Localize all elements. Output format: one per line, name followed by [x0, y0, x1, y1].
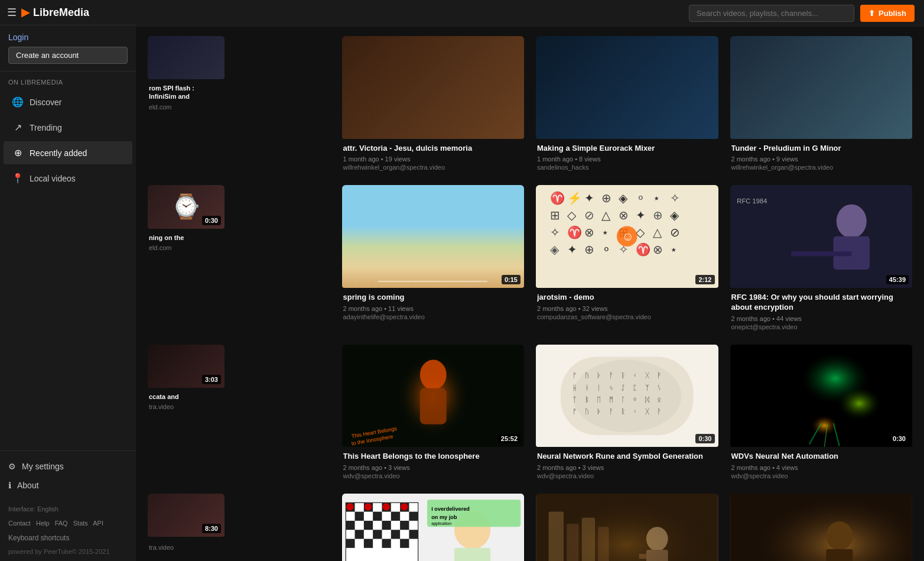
- svg-point-113: [401, 503, 408, 510]
- svg-text:ᚢ: ᚢ: [585, 407, 589, 416]
- publish-button[interactable]: ⬆ Publish: [860, 5, 915, 22]
- video-card-psalm49[interactable]: 10:47 Psalm 49 2 months ago • 3 views wi…: [536, 494, 718, 561]
- video-card-rfc1984[interactable]: RFC 1984 45:39 RFC 1984: Or why you shou…: [730, 185, 913, 332]
- svg-text:ᚺ: ᚺ: [572, 383, 577, 391]
- svg-text:ᛈ: ᛈ: [633, 383, 637, 391]
- video-meta: 2 months ago • 44 views: [731, 315, 912, 322]
- video-channel: wdv@spectra.video: [343, 472, 523, 479]
- svg-text:ᛇ: ᛇ: [621, 383, 625, 391]
- svg-rect-99: [363, 521, 372, 530]
- svg-text:◈: ◈: [619, 192, 628, 205]
- svg-rect-96: [391, 512, 399, 521]
- create-account-button[interactable]: Create an account: [8, 47, 128, 64]
- video-card-wdv-neural[interactable]: 0:30 WDVs Neural Net Automation 2 months…: [730, 345, 913, 482]
- video-card-spring[interactable]: 0:15 spring is coming 2 months ago • 11 …: [342, 185, 525, 332]
- video-card-neural-rune[interactable]: ᚠᚢᚦᚨᚱᚲᚷᚹ ᚺᚾᛁᛃᛇᛈᛉᛊ ᛏᛒᛖᛗᛚᛜᛞᛟ ᚠᚢᚦᚨᚱᚲᚷᚹ 0:30…: [536, 345, 718, 482]
- svg-text:ᚷ: ᚷ: [645, 407, 649, 416]
- sidebar-auth: Login Create an account: [0, 25, 136, 72]
- sidebar-item-recently-added[interactable]: ⊕ Recently added: [4, 141, 132, 164]
- footer-link-contact[interactable]: Contact: [8, 520, 31, 527]
- search-input[interactable]: [689, 5, 854, 22]
- video-card-checkers[interactable]: I overdelivered on my job application 2.…: [342, 494, 525, 561]
- svg-rect-95: [373, 512, 382, 521]
- svg-text:ᚱ: ᚱ: [621, 371, 625, 380]
- thumb-duration: 3:03: [202, 375, 221, 384]
- sidebar-item-trending[interactable]: ↗ Trending: [4, 116, 132, 139]
- svg-text:♈: ♈: [567, 225, 583, 240]
- video-grid: rom SPI flash : InfiniSim and eld.com at…: [136, 27, 924, 561]
- video-meta: 2 months ago • 3 views: [537, 464, 717, 471]
- svg-text:☺: ☺: [622, 230, 635, 243]
- login-link[interactable]: Login: [8, 33, 128, 42]
- svg-rect-107: [363, 539, 372, 548]
- svg-rect-102: [354, 530, 363, 539]
- svg-rect-105: [409, 530, 418, 539]
- thumb-duration: 25:52: [498, 434, 520, 443]
- svg-point-36: [836, 205, 866, 238]
- sidebar-item-about[interactable]: ℹ About: [8, 476, 128, 495]
- svg-text:△: △: [601, 209, 611, 222]
- svg-text:ᛁ: ᛁ: [597, 383, 601, 391]
- sidebar-item-recently-added-label: Recently added: [30, 148, 87, 158]
- svg-point-42: [419, 359, 446, 390]
- video-card-tunder[interactable]: Tunder - Preludium in G Minor 2 months a…: [730, 36, 913, 173]
- thumb-duration: 8:30: [202, 524, 221, 533]
- svg-text:ᛞ: ᛞ: [645, 395, 649, 404]
- svg-text:⊕: ⊕: [653, 209, 663, 222]
- thumb-duration: 2:12: [695, 275, 714, 284]
- video-card-scheidemann[interactable]: 4:06 Scheidemann - O Lux Beata Trinitas …: [730, 494, 913, 561]
- svg-point-111: [364, 503, 371, 510]
- video-card-jarotsim[interactable]: ♈⚡✦⊕◈⚬⋆✧ ⊞◇⊘△⊗✦⊕◈ ✧♈⊗⋆⊞◇△⊘ ◈✦⊕⚬✧♈⊗⋆ ☺ 2:…: [536, 185, 718, 332]
- sidebar-item-discover-label: Discover: [30, 98, 61, 107]
- svg-text:ᛉ: ᛉ: [645, 383, 649, 391]
- svg-rect-98: [346, 521, 354, 530]
- logo-icon: ▶: [21, 6, 30, 19]
- interface-lang-label: Interface: English: [8, 505, 58, 513]
- footer-link-faq[interactable]: FAQ: [55, 520, 68, 527]
- video-title: Tunder - Preludium in G Minor: [731, 144, 912, 154]
- main-content: ⬆ Publish rom SPI flash : InfiniSim and …: [136, 0, 924, 561]
- footer-link-help[interactable]: Help: [36, 520, 50, 527]
- video-channel: willrehwinkel_organ@spectra.video: [343, 164, 523, 171]
- video-card-eurorack[interactable]: Making a Simple Eurorack Mixer 1 month a…: [536, 36, 718, 173]
- svg-text:ᛊ: ᛊ: [657, 383, 661, 391]
- trending-icon: ↗: [12, 122, 24, 133]
- svg-point-112: [382, 503, 389, 510]
- video-title: ning on the: [149, 234, 223, 242]
- thumb-duration: 0:15: [502, 275, 520, 284]
- video-card-partial-1[interactable]: rom SPI flash : InfiniSim and eld.com: [148, 36, 225, 173]
- svg-text:application: application: [431, 521, 451, 526]
- keyboard-shortcuts-link[interactable]: Keyboard shortcuts: [0, 531, 136, 547]
- video-channel: wdv@spectra.video: [537, 472, 717, 479]
- svg-text:ᛃ: ᛃ: [609, 383, 613, 391]
- thumb-duration: 45:39: [886, 275, 909, 284]
- video-card-partial-2[interactable]: ⌚ 0:30 ning on the eld.com: [148, 185, 225, 332]
- menu-icon[interactable]: ☰: [7, 6, 17, 19]
- video-card-victoria[interactable]: attr. Victoria - Jesu, dulcis memoria 1 …: [342, 36, 525, 173]
- sidebar-item-discover[interactable]: 🌐 Discover: [4, 90, 132, 114]
- svg-text:⚡: ⚡: [567, 191, 583, 206]
- svg-rect-43: [419, 388, 446, 424]
- app-logo: ▶ LibreMedia: [21, 6, 89, 19]
- footer-link-stats[interactable]: Stats: [73, 520, 88, 527]
- sidebar-item-local-videos[interactable]: 📍 Local videos: [4, 167, 132, 190]
- video-card-partial-4[interactable]: 8:30 tra.video: [148, 494, 225, 561]
- info-icon: ℹ: [8, 481, 11, 490]
- video-card-ionosphere[interactable]: This Heart Belongs to the Ionosphere 25:…: [342, 345, 525, 482]
- about-label: About: [17, 481, 39, 490]
- video-channel: eld.com: [149, 244, 223, 251]
- svg-rect-108: [382, 539, 391, 548]
- video-card-partial-3[interactable]: 3:03 ccata and tra.video: [148, 345, 225, 482]
- footer-link-api[interactable]: API: [93, 520, 103, 527]
- sidebar-item-my-settings[interactable]: ⚙ My settings: [8, 457, 128, 476]
- svg-text:ᚹ: ᚹ: [657, 371, 661, 380]
- sidebar-bottom: ⚙ My settings ℹ About: [0, 450, 136, 501]
- sidebar-item-local-videos-label: Local videos: [30, 174, 76, 183]
- svg-text:ᛚ: ᛚ: [621, 395, 625, 404]
- svg-text:⊕: ⊕: [584, 243, 594, 256]
- publish-label: Publish: [879, 9, 906, 18]
- svg-text:⊘: ⊘: [670, 226, 680, 239]
- video-channel: willrehwinkel_organ@spectra.video: [731, 164, 912, 171]
- svg-text:ᚦ: ᚦ: [597, 407, 601, 416]
- svg-rect-132: [536, 494, 717, 561]
